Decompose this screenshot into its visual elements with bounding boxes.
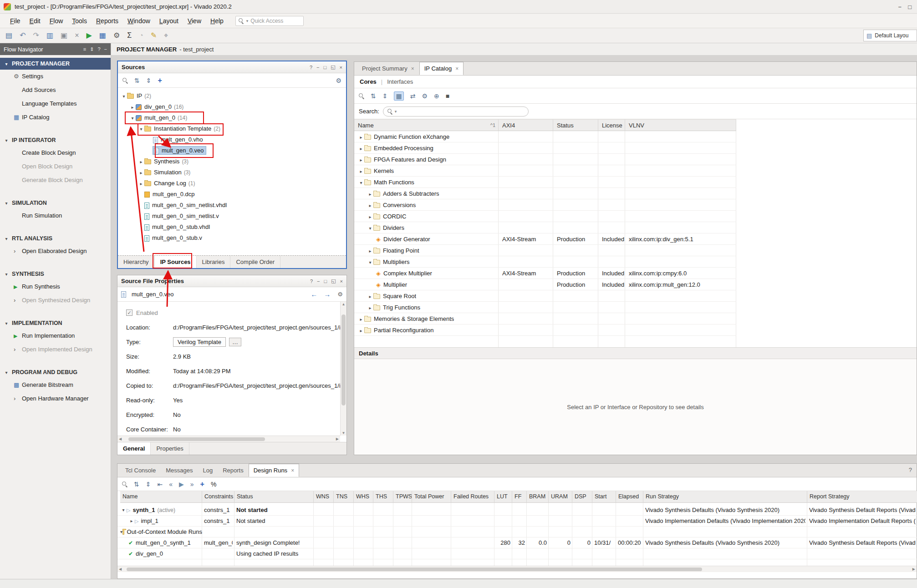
column-header-license[interactable]: License [598,119,625,131]
scroll-left-icon[interactable]: ◀ [119,436,122,442]
chevron-down-icon[interactable]: ▾ [358,177,364,188]
redo-icon[interactable]: ↷ [33,32,39,39]
type-select[interactable]: Verilog Template [173,337,226,347]
menu-edit[interactable]: Edit [25,15,45,27]
close-icon[interactable]: × [340,279,343,284]
nav-item-open-synthesized-design[interactable]: ›Open Synthesized Design [0,294,111,307]
column-header-failed-routes[interactable]: Failed Routes [451,491,494,503]
menu-window[interactable]: Window [123,15,155,27]
tree-item-mult-gen-0-vho[interactable]: mult_gen_0.vho [118,134,346,145]
probe-icon[interactable]: ⌖ [164,32,168,39]
column-header-tpws[interactable]: TPWS [393,491,412,503]
nav-item-open-implemented-design[interactable]: ›Open Implemented Design [0,343,111,356]
column-header-dsp[interactable]: DSP [572,491,592,503]
float-icon[interactable]: □ [324,65,327,70]
chevron-right-icon[interactable]: ▸ [138,178,144,189]
catalog-row-kernels[interactable]: ▸Kernels [354,165,736,177]
nav-item-run-implementation[interactable]: ▶Run Implementation [0,329,111,343]
column-header-whs[interactable]: WHS [354,491,373,503]
undo-icon[interactable]: ↶ [20,32,25,39]
tab-hierarchy[interactable]: Hierarchy [118,256,155,268]
nav-section-header-implementation[interactable]: ▾IMPLEMENTATION [0,317,111,329]
run-row-impl-1[interactable]: ▸▷impl_1constrs_1Not startedVivado Imple… [117,516,917,527]
column-header-vlnv[interactable]: VLNV [625,119,736,131]
collapse-all-icon[interactable]: ⇅ [371,92,376,100]
nav-item-generate-bitstream[interactable]: ▩Generate Bitstream [0,378,111,392]
chevron-down-icon[interactable]: ▾ [121,91,127,102]
tab-ip-catalog[interactable]: IP Catalog× [419,62,464,75]
scrollbar-thumb[interactable] [128,437,265,441]
menu-flow[interactable]: Flow [45,15,68,27]
chevron-right-icon[interactable]: ▸ [367,245,373,257]
maximize-icon[interactable]: ◱ [331,278,336,284]
scroll-right-icon[interactable]: ▶ [912,566,915,573]
add-sources-icon[interactable]: + [158,76,162,85]
catalog-row-math-functions[interactable]: ▾Math Functions [354,177,736,188]
catalog-row-floating-point[interactable]: ▸Floating Point [354,245,736,256]
help-icon[interactable]: ? [97,46,100,52]
settings-gear-icon[interactable]: ⚙ [422,92,428,100]
back-icon[interactable]: ← [311,290,317,298]
tree-item-simulation[interactable]: ▸Simulation(3) [118,167,346,178]
tab-compile-order[interactable]: Compile Order [230,256,280,268]
column-header-uram[interactable]: URAM [549,491,572,503]
chevron-right-icon[interactable]: ▸ [358,325,364,336]
catalog-row-embedded-processing[interactable]: ▸Embedded Processing [354,142,736,154]
menu-reports[interactable]: Reports [92,15,123,27]
sources-panel-header[interactable]: Sources ? − □ ◱ × [118,61,346,73]
chevron-down-icon[interactable]: ▾ [138,124,144,135]
nav-item-open-hardware-manager[interactable]: ›Open Hardware Manager [0,392,111,406]
catalog-row-fpga-features-and-design[interactable]: ▸FPGA Features and Design [354,154,736,165]
enabled-checkbox[interactable]: ✓ [126,309,132,316]
nav-item-run-simulation[interactable]: Run Simulation [0,209,111,223]
run-row-div-gen-0[interactable]: ✔div_gen_0Using cached IP results [117,548,917,559]
chevron-right-icon[interactable]: ▸ [358,132,364,143]
float-icon[interactable]: □ [324,279,327,284]
column-header-total-power[interactable]: Total Power [412,491,451,503]
chevron-right-icon[interactable]: ▸ [358,314,364,325]
run-icon[interactable]: ▶ [179,481,184,488]
pin-icon[interactable]: ≡ [83,46,86,52]
settings-gear-icon[interactable]: ⚙ [336,77,341,84]
expand-all-icon[interactable]: ⇕ [146,481,151,488]
menu-file[interactable]: File [5,15,25,27]
nav-section-header-program-and-debug[interactable]: ▾PROGRAM AND DEBUG [0,366,111,378]
chevron-down-icon[interactable]: ▾ [367,223,373,234]
previous-runs-icon[interactable]: « [169,481,173,488]
catalog-row-multipliers[interactable]: ▾Multipliers [354,256,736,268]
chevron-right-icon[interactable]: ▸ [138,157,144,167]
horizontal-scrollbar[interactable]: ◀ ▶ [117,436,340,442]
close-icon[interactable]: × [411,66,414,72]
help-icon[interactable]: ? [310,279,313,284]
first-run-icon[interactable]: ⇤ [157,481,163,488]
group-by-icon[interactable]: ▦ [394,91,403,101]
catalog-row-square-root[interactable]: ▸Square Root [354,290,736,302]
catalog-row-adders-subtracters[interactable]: ▸Adders & Subtracters [354,188,736,199]
collapse-all-icon[interactable]: ⇅ [134,481,139,488]
add-repository-icon[interactable]: ⊕ [434,92,439,100]
nav-section-header-rtl-analysis[interactable]: ▾RTL ANALYSIS [0,233,111,244]
column-header-elapsed[interactable]: Elapsed [616,491,643,503]
chevron-right-icon[interactable]: ▸ [367,302,373,314]
column-header-axi4[interactable]: AXI4 [499,119,553,131]
scroll-left-icon[interactable]: ◀ [119,566,122,573]
nav-item-open-elaborated-design[interactable]: ›Open Elaborated Design [0,244,111,258]
tab-project-summary[interactable]: Project Summary× [357,62,419,75]
search-icon[interactable] [122,482,127,487]
menu-layout[interactable]: Layout [155,15,183,27]
chevron-right-icon[interactable]: ▸ [367,200,373,211]
chevron-right-icon[interactable]: ▸ [367,211,373,223]
tab-design-runs[interactable]: Design Runs× [249,464,299,477]
expand-all-icon[interactable]: ⇕ [382,92,388,100]
menu-help[interactable]: Help [206,15,228,27]
chevron-down-icon[interactable]: ▾ [129,113,136,124]
nav-item-open-block-design[interactable]: Open Block Design [0,160,111,173]
chevron-down-icon[interactable]: ▾ [367,257,373,268]
column-header-tns[interactable]: TNS [334,491,354,503]
tree-item-mult-gen-0-sim-netlist-vhdl[interactable]: mult_gen_0_sim_netlist.vhdl [118,200,346,211]
tab-general[interactable]: General [117,442,151,455]
chevron-down-icon[interactable]: ▾ [120,505,127,516]
tree-item-mult-gen-0-stub-v[interactable]: mult_gen_0_stub.v [118,233,346,243]
edit-icon[interactable]: ✎ [151,32,157,39]
help-icon[interactable]: ? [310,65,312,70]
